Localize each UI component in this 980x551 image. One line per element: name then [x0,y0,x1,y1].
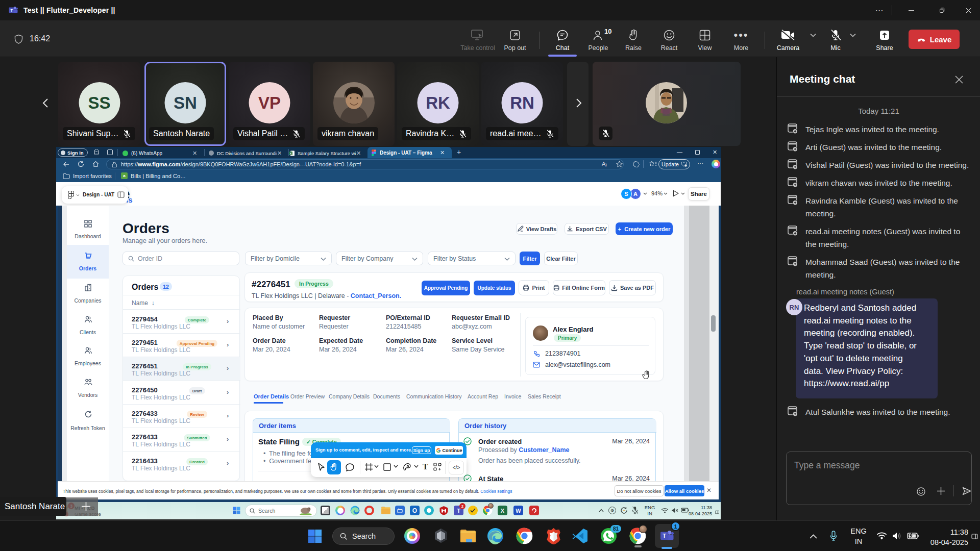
svg-text:T: T [10,8,13,13]
svg-text:X: X [289,152,291,155]
svg-text:T: T [663,533,666,539]
